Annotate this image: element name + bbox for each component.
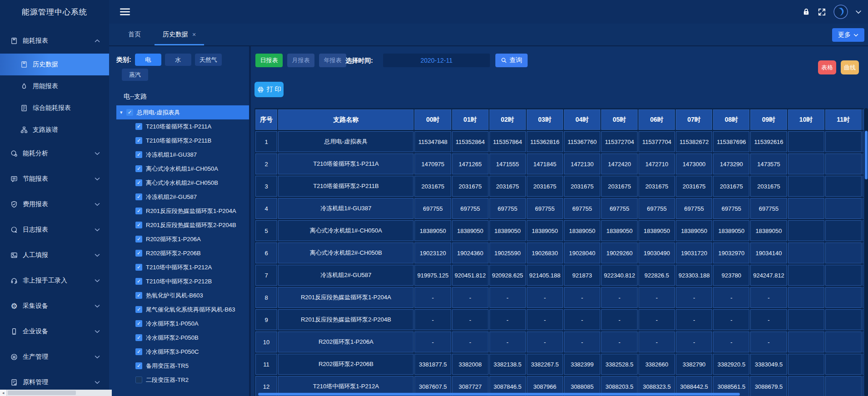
vertical-scrollbar[interactable] [864, 108, 868, 396]
checkbox-checked-icon[interactable]: ✓ [135, 123, 142, 130]
sidebar-item-manual-fill[interactable]: 人工填报 [0, 243, 109, 268]
value-cell: 697755 [452, 198, 489, 219]
sidebar-item-energy-use-report[interactable]: 用能报表 [0, 75, 109, 97]
tree-root-item[interactable]: ▾✓总用电-虚拟表具 [116, 105, 249, 119]
sidebar-item-manual-entry[interactable]: 非上报手工录入 [0, 268, 109, 293]
tree-item-label: T210塔中循环泵2-P212B [146, 277, 212, 286]
checkbox-checked-icon[interactable]: ✓ [126, 109, 133, 116]
checkbox-checked-icon[interactable]: ✓ [135, 165, 142, 172]
tree-item[interactable]: ✓备用变压器-TR5 [109, 359, 249, 373]
more-button[interactable]: 更多 [832, 28, 864, 42]
tree-item[interactable]: ✓冷水循环泵2-P050B [109, 331, 249, 345]
report-type-button[interactable]: 月报表 [287, 54, 314, 67]
tree-item[interactable]: ✓T210塔中循环泵1-P212A [109, 260, 249, 274]
report-type-button[interactable]: 年报表 [319, 54, 346, 67]
sidebar-item-energy-saving-report[interactable]: 节能报表 [0, 166, 109, 192]
query-button[interactable]: 查询 [495, 54, 528, 67]
print-button[interactable]: 打 印 [254, 82, 284, 97]
checkbox-checked-icon[interactable]: ✓ [135, 348, 142, 355]
checkbox-checked-icon[interactable]: ✓ [135, 250, 142, 257]
value-cell: 697755 [601, 198, 638, 219]
tree-item[interactable]: ✓冷水循环泵3-P050C [109, 345, 249, 359]
sidebar-item-branch-genealogy[interactable]: 支路族谱 [0, 119, 109, 141]
tree-item[interactable]: ✓R202循环泵1-P206A [109, 232, 249, 246]
curve-view-button[interactable]: 曲线 [841, 60, 859, 74]
category-button[interactable]: 蒸汽 [122, 69, 148, 81]
sidebar-item-production-mgmt[interactable]: 生产管理 [0, 344, 109, 370]
checkbox-checked-icon[interactable]: ✓ [135, 306, 142, 313]
sidebar-item-log-report[interactable]: 日志报表 [0, 217, 109, 243]
horizontal-scrollbar-thumb[interactable] [258, 393, 740, 396]
caret-down-icon[interactable]: ▾ [120, 109, 126, 115]
sidebar-item-label: 采集设备 [23, 302, 48, 310]
table-row: 8R201反应段热媒盐循环泵1-P204A---------- [255, 287, 863, 308]
checkbox-unchecked-icon[interactable]: ✓ [135, 376, 142, 383]
sidebar-item-enterprise-device[interactable]: 企业设备 [0, 319, 109, 344]
checkbox-checked-icon[interactable]: ✓ [135, 193, 142, 200]
tab-history-data[interactable]: 历史数据× [152, 24, 207, 45]
scrollbar-thumb[interactable] [8, 391, 76, 395]
fullscreen-icon[interactable] [818, 8, 826, 16]
value-cell [788, 309, 824, 330]
sidebar-item-cost-report[interactable]: 费用报表 [0, 192, 109, 217]
scroll-left-arrow-icon[interactable]: ◂ [0, 390, 7, 396]
category-button[interactable]: 电 [135, 54, 161, 66]
value-cell: 19026830 [527, 243, 563, 263]
category-button[interactable]: 水 [165, 54, 191, 66]
chevron-down-icon[interactable] [855, 10, 862, 14]
hamburger-menu-icon[interactable] [120, 8, 130, 15]
tree-item[interactable]: ✓二段变压器-TR2 [109, 373, 249, 383]
value-cell: 697755 [639, 198, 675, 219]
checkbox-checked-icon[interactable]: ✓ [135, 362, 142, 369]
tree-item[interactable]: ✓冷水循环泵1-P050A [109, 317, 249, 331]
tree-item[interactable]: ✓尾气催化氧化系统再循环风机-B63 [109, 302, 249, 317]
tree-item[interactable]: ✓R201反应段热媒盐循环泵1-P204A [109, 204, 249, 218]
lock-icon[interactable] [802, 8, 810, 16]
sidebar-item-energy-reports[interactable]: 能耗报表 [0, 28, 109, 54]
date-input[interactable]: 2020-12-11 [383, 54, 490, 67]
energy-management-app: 能源管理中心系统 能耗报表历史数据用能报表综合能耗报表支路族谱能耗分析节能报表费… [0, 0, 868, 396]
tree-item[interactable]: ✓R201反应段热媒盐循环泵2-P204B [109, 218, 249, 232]
checkbox-checked-icon[interactable]: ✓ [135, 320, 142, 327]
tree-item[interactable]: ✓T210塔中循环泵2-P212B [109, 274, 249, 288]
tree-item[interactable]: ✓离心式冷水机组1#-CH050A [109, 162, 249, 176]
tab-home[interactable]: 首页 [117, 24, 152, 45]
checkbox-checked-icon[interactable]: ✓ [135, 278, 142, 285]
sidebar-item-comprehensive-report[interactable]: 综合能耗报表 [0, 97, 109, 119]
close-icon[interactable]: × [192, 31, 196, 38]
checkbox-checked-icon[interactable]: ✓ [135, 334, 142, 341]
value-cell: 115372704 [601, 131, 638, 152]
category-button[interactable]: 天然气 [195, 54, 222, 66]
chevron-down-icon [95, 203, 100, 206]
sidebar-item-collection-device[interactable]: ⚙采集设备 [0, 293, 109, 319]
sidebar-horizontal-scrollbar[interactable]: ◂ [0, 390, 112, 396]
tree-item[interactable]: ✓冷冻机组2#-GU587 [109, 190, 249, 204]
tree-item[interactable]: ✓T210塔釜循环泵1-P211A [109, 119, 249, 134]
checkbox-checked-icon[interactable]: ✓ [135, 179, 142, 186]
sidebar-item-history-data[interactable]: 历史数据 [0, 54, 109, 75]
tree-item[interactable]: ✓T210塔釜循环泵2-P211B [109, 134, 249, 148]
checkbox-checked-icon[interactable]: ✓ [135, 264, 142, 271]
tree-item[interactable]: ✓热氧化炉引风机-B603 [109, 288, 249, 302]
report-type-button[interactable]: 日报表 [255, 54, 283, 67]
more-button-label: 更多 [838, 31, 851, 39]
vertical-scrollbar-thumb[interactable] [865, 131, 868, 179]
value-cell: 18389050 [564, 220, 600, 241]
tree-item[interactable]: ✓离心式冷水机组2#-CH050B [109, 176, 249, 190]
row-index-cell: 4 [255, 198, 277, 219]
sidebar-item-energy-analysis[interactable]: 能耗分析 [0, 141, 109, 166]
checkbox-checked-icon[interactable]: ✓ [135, 236, 142, 243]
tree-item[interactable]: ✓冷冻机组1#-GU387 [109, 148, 249, 162]
table-row: 6离心式冷水机组2#-CH050B19023120190243601902559… [255, 243, 863, 263]
tree-item[interactable]: ✓R202循环泵2-P206B [109, 246, 249, 260]
value-cell: 18389050 [414, 220, 451, 241]
checkbox-checked-icon[interactable]: ✓ [135, 292, 142, 299]
checkbox-checked-icon[interactable]: ✓ [135, 137, 142, 144]
checkbox-checked-icon[interactable]: ✓ [135, 208, 142, 214]
checkbox-checked-icon[interactable]: ✓ [135, 151, 142, 158]
avatar[interactable] [833, 5, 848, 19]
branch-name-cell: R202循环泵1-P206A [278, 332, 414, 352]
checkbox-checked-icon[interactable]: ✓ [135, 222, 142, 228]
table-view-button[interactable]: 表格 [818, 60, 836, 74]
value-cell [788, 153, 824, 174]
